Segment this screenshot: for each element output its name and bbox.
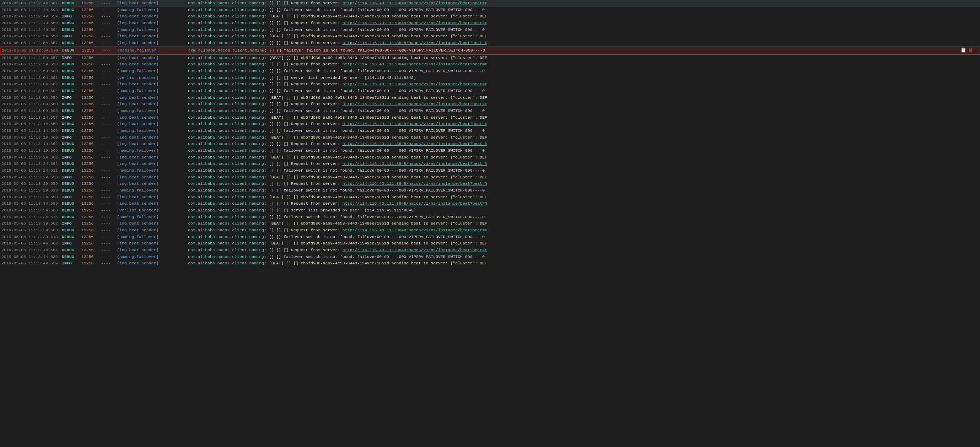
log-thread: 13256 <box>81 168 101 174</box>
server-link[interactable]: http://114.116.43.111:8848/nacos/v1/ns/i… <box>342 40 487 45</box>
log-source: [verlist.updater] <box>117 207 188 213</box>
log-message: : [] [] [] Request from server: http://1… <box>264 201 978 207</box>
log-dashes: ---- <box>101 240 117 247</box>
log-dashes: ---- <box>101 135 117 141</box>
log-row: 2019-05-05 11:12:59.558 DEBUG 13256 ----… <box>0 61 980 68</box>
log-datetime: 2019-05-05 11:13:29.558 <box>2 175 62 180</box>
log-source: [ing.beat.sender] <box>117 121 188 127</box>
log-package: com.alibaba.nacos.client.naming <box>188 227 264 234</box>
log-dashes: ---- <box>101 221 117 227</box>
log-row: 2019-05-05 11:13:24.611 DEBUG 13256 ----… <box>0 167 980 174</box>
copy-icon[interactable]: 📋 <box>961 47 966 54</box>
log-thread: 13256 <box>81 75 101 81</box>
log-package: com.alibaba.nacos.client.naming <box>188 20 264 26</box>
log-thread: 13256 <box>81 40 101 46</box>
log-thread: 13256 <box>81 108 101 114</box>
server-link[interactable]: http://114.116.43.111:8848/nacos/v1/ns/i… <box>342 181 487 186</box>
log-row: 2019-05-05 11:13:09.559 INFO 13256 ---- … <box>0 94 980 101</box>
log-level: DEBUG <box>62 108 81 114</box>
log-package: com.alibaba.nacos.client.naming <box>188 194 264 200</box>
log-datetime: 2019-05-05 11:13:09.560 <box>2 101 62 107</box>
log-datetime: 2019-05-05 11:13:44.564 <box>2 247 62 253</box>
server-link[interactable]: http://114.116.43.111:8848/nacos/v1/ns/i… <box>342 121 487 126</box>
log-row: 2019-05-05 11:13:19.609 DEBUG 13256 ----… <box>0 148 980 154</box>
log-package: com.alibaba.nacos.client.naming <box>188 40 264 46</box>
log-datetime: 2019-05-05 11:13:39.618 <box>2 234 62 240</box>
server-link[interactable]: http://114.116.43.111:8848/nacos/v1/ns/i… <box>342 161 487 166</box>
log-message: : [] [] [] Request from server: http://1… <box>264 40 978 46</box>
log-message: : [] [] [] Request from server: http://1… <box>264 121 978 127</box>
log-level: DEBUG <box>62 62 81 67</box>
log-row: 2019-05-05 11:13:14.557 INFO 13256 ---- … <box>0 115 980 121</box>
log-package: com.alibaba.nacos.client.naming <box>188 33 264 40</box>
server-link[interactable]: http://114.116.43.111:8848/nacos/v1/ns/i… <box>342 1 487 5</box>
log-message: : [] [] [] Request from server: http://1… <box>264 101 978 107</box>
log-datetime: 2019-05-05 11:13:34.559 <box>2 201 62 207</box>
log-message: : [] [] failover switch is not found, fa… <box>264 168 978 174</box>
log-package: com.alibaba.nacos.client.naming <box>188 55 264 61</box>
server-link[interactable]: http://114.116.43.111:8848/nacos/v1/ns/i… <box>342 142 487 146</box>
log-row: 2019-05-05 11:13:04.562 DEBUG 13256 ----… <box>0 81 980 88</box>
log-row: 2019-05-05 11:13:44.562 INFO 13256 ---- … <box>0 240 980 247</box>
log-source: [naming.failover] <box>117 7 188 13</box>
log-datetime: 2019-05-05 11:13:14.559 <box>2 121 62 127</box>
log-thread: 13256 <box>81 261 101 267</box>
log-dashes: ---- <box>101 254 117 260</box>
log-dashes: ---- <box>101 121 117 127</box>
log-package: com.alibaba.nacos.client.naming <box>188 135 264 141</box>
log-package: com.alibaba.nacos.client.naming <box>188 62 264 67</box>
server-link[interactable]: http://114.116.43.111:8848/nacos/v1/ns/i… <box>342 201 487 206</box>
log-level: DEBUG <box>62 128 81 134</box>
log-thread: 13256 <box>81 207 101 213</box>
server-link[interactable]: http://114.116.43.111:8848/nacos/v1/ns/i… <box>342 21 487 25</box>
log-dashes: ---- <box>101 161 117 167</box>
server-link[interactable]: http://114.116.43.111:8848/nacos/v1/ns/i… <box>342 102 487 106</box>
log-message: : [] [] failover switch is not found, fa… <box>264 68 978 74</box>
log-row: 2019-05-05 11:12:44.593 DEBUG 13256 ----… <box>0 7 980 13</box>
log-package: com.alibaba.nacos.client.naming <box>188 201 264 207</box>
log-package: com.alibaba.nacos.client.naming <box>188 154 264 161</box>
log-row: 2019-05-05 11:13:39.562 INFO 13256 ---- … <box>0 220 980 227</box>
log-package: com.alibaba.nacos.client.naming <box>188 207 264 213</box>
log-thread: 13256 <box>81 194 101 200</box>
log-source: [naming.failover] <box>117 128 188 134</box>
log-dashes: ---- <box>101 188 117 194</box>
log-dashes: ---- <box>101 13 117 19</box>
log-row: 2019-05-05 11:13:39.563 DEBUG 13256 ----… <box>0 227 980 234</box>
log-thread: 13256 <box>81 135 101 141</box>
log-message: : [BEAT] [] [] eb5fd986-aa69-4e58-8440-1… <box>264 221 978 227</box>
log-source: [ing.beat.sender] <box>117 154 188 161</box>
server-link[interactable]: http://114.116.43.111:8848/nacos/v1/ns/i… <box>342 82 487 86</box>
log-dashes: ---- <box>101 128 117 134</box>
log-package: com.alibaba.nacos.client.naming <box>188 7 264 13</box>
log-message: : [BEAT] [] [] eb5fd986-aa69-4e58-8440-1… <box>264 135 978 141</box>
server-link[interactable]: http://114.116.43.111:8848/nacos/v1/ns/i… <box>342 228 487 232</box>
server-link[interactable]: http://114.116.43.111:8848/nacos/v1/ns/i… <box>342 62 487 67</box>
log-message: : [] [] [] Request from server: http://1… <box>264 20 978 26</box>
log-package: com.alibaba.nacos.client.naming <box>188 148 264 154</box>
log-level: DEBUG <box>62 75 81 81</box>
log-level: DEBUG <box>62 207 81 213</box>
log-message: : [] [] [] Request from server: http://1… <box>264 181 978 187</box>
log-level: DEBUG <box>62 234 81 240</box>
log-row: 2019-05-05 11:13:34.566 DEBUG 13256 ----… <box>0 207 980 214</box>
log-dashes: ---- <box>101 148 117 154</box>
log-source: [naming.failover] <box>117 148 188 154</box>
log-dashes: ---- <box>101 40 117 46</box>
log-dashes: ---- <box>101 55 117 61</box>
log-dashes: ---- <box>101 247 117 253</box>
log-message: : [BEAT] [] [] eb5fd986-aa69-4e58-8440-1… <box>264 13 978 19</box>
log-level: INFO <box>62 135 81 141</box>
log-message: : [] [] failover switch is not found, fa… <box>264 7 978 13</box>
server-link[interactable]: http://114.116.43.111:8848/nacos/v1/ns/i… <box>342 248 487 252</box>
log-message: : [] [] failover switch is not found, fa… <box>264 148 978 154</box>
delete-icon[interactable]: 🗑 <box>968 47 973 54</box>
log-level: INFO <box>62 95 81 101</box>
log-dashes: ---- <box>101 227 117 234</box>
log-datetime: 2019-05-05 11:13:24.562 <box>2 154 62 161</box>
log-level: INFO <box>62 154 81 161</box>
log-dashes: ---- <box>101 175 117 180</box>
log-container[interactable]: 2019-05-05 11:12:44.561 DEBUG 13256 ----… <box>0 0 980 447</box>
log-package: com.alibaba.nacos.client.naming <box>188 188 264 194</box>
log-message: : [] [] failover switch is not found, fa… <box>264 128 978 134</box>
